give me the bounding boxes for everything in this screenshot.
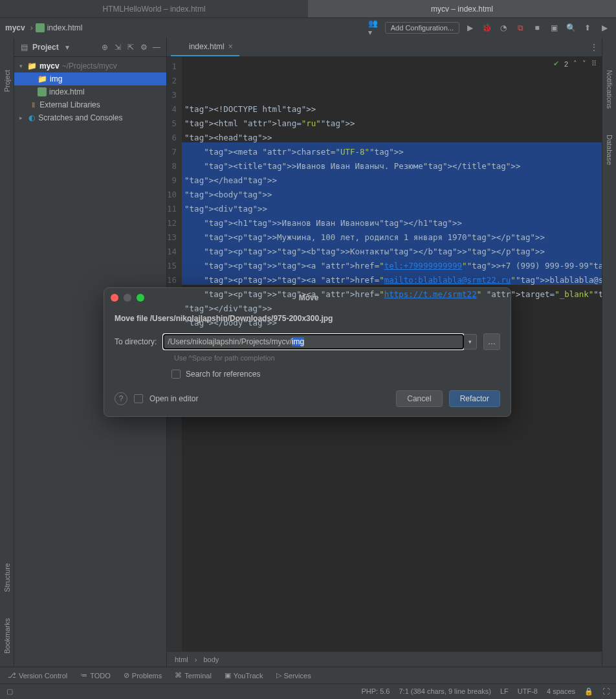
- chevron-up-icon[interactable]: ˄: [573, 60, 577, 68]
- search-refs-row[interactable]: Search for references: [171, 370, 500, 379]
- refactor-button[interactable]: Refactor: [449, 390, 500, 407]
- search-refs-label: Search for references: [186, 370, 260, 379]
- browse-button[interactable]: …: [483, 333, 500, 350]
- traffic-lights: [111, 294, 144, 302]
- to-directory-label: To directory:: [115, 337, 157, 346]
- checkbox-icon[interactable]: [134, 394, 143, 403]
- checkbox-icon[interactable]: [171, 370, 181, 379]
- chevron-down-icon[interactable]: ˅: [582, 60, 586, 68]
- to-directory-input[interactable]: [163, 334, 464, 350]
- path-completion-hint: Use ^Space for path completion: [174, 354, 500, 362]
- inspections-widget[interactable]: ✔ 2 ˄ ˅ ⠿: [553, 60, 597, 68]
- help-icon[interactable]: ?: [115, 392, 127, 405]
- more-icon[interactable]: ⠿: [591, 60, 597, 68]
- check-icon: ✔: [553, 60, 559, 68]
- open-in-editor-label: Open in editor: [149, 394, 198, 403]
- cancel-button[interactable]: Cancel: [396, 390, 442, 407]
- history-dropdown-icon[interactable]: ▾: [464, 334, 477, 350]
- window-close-icon[interactable]: [111, 294, 118, 302]
- window-minimize-icon: [124, 294, 131, 302]
- window-zoom-icon[interactable]: [137, 294, 144, 302]
